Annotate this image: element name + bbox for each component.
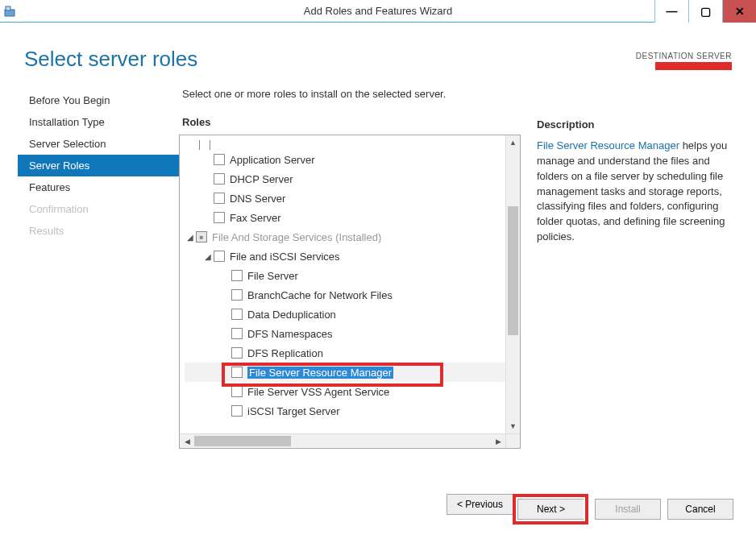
tree-row[interactable]: ▶Data Deduplication [185, 305, 505, 324]
description-link: File Server Resource Manager [537, 139, 679, 151]
previous-button[interactable]: < Previous [447, 494, 513, 515]
tree-row-label: File Server Resource Manager [247, 367, 393, 379]
tree-row-label: DNS Server [230, 193, 285, 205]
tree-row-label: iSCSI Target Server [247, 405, 340, 417]
nav-results: Results [18, 220, 179, 242]
tree-row[interactable]: ▶File Server [185, 266, 505, 285]
tree-row[interactable]: ▶Fax Server [185, 208, 505, 227]
scroll-left-arrow[interactable]: ◀ [180, 434, 194, 448]
hscroll-thumb[interactable] [194, 436, 291, 446]
roles-tree-box: ▶Application Server▶DHCP Server▶DNS Serv… [179, 135, 521, 449]
destination-server-name-redacted [655, 62, 732, 70]
tree-row-label: File and iSCSI Services [230, 251, 340, 263]
nav-server-selection[interactable]: Server Selection [18, 133, 179, 155]
tree-row[interactable]: ◢File And Storage Services (Installed) [185, 227, 505, 247]
footer-buttons: < Previous Next > Install Cancel [0, 484, 756, 539]
checkbox[interactable] [196, 231, 207, 243]
tree-row[interactable]: ▶DFS Replication [185, 343, 505, 363]
cancel-button[interactable]: Cancel [667, 499, 733, 520]
scroll-down-arrow[interactable]: ▼ [506, 419, 520, 433]
description-body: helps you manage and understand the file… [537, 139, 727, 243]
checkbox[interactable] [214, 212, 225, 223]
tree-row[interactable]: ▶DHCP Server [185, 169, 505, 189]
close-button[interactable]: ✕ [722, 0, 756, 23]
title-bar: Add Roles and Features Wizard — ▢ ✕ [0, 0, 756, 23]
nav-installation-type[interactable]: Installation Type [18, 111, 179, 133]
checkbox[interactable] [231, 367, 243, 378]
destination-server-label: DESTINATION SERVER [636, 52, 732, 60]
nav-features[interactable]: Features [18, 176, 179, 198]
nav-before-you-begin[interactable]: Before You Begin [18, 89, 179, 111]
vscroll-thumb[interactable] [508, 206, 518, 335]
tree-row-label: BranchCache for Network Files [247, 289, 393, 301]
tree-row-label: File Server VSS Agent Service [247, 386, 389, 398]
tree-row[interactable]: ▶File Server VSS Agent Service [185, 382, 505, 401]
checkbox[interactable] [231, 289, 243, 301]
destination-server-block: DESTINATION SERVER [636, 52, 732, 70]
description-heading: Description [537, 118, 738, 139]
tree-row[interactable]: ▶DFS Namespaces [185, 324, 505, 343]
roles-tree[interactable]: ▶Application Server▶DHCP Server▶DNS Serv… [180, 135, 505, 433]
page-title: Select server roles [24, 47, 197, 72]
nav-confirmation: Confirmation [18, 198, 179, 220]
tree-row-label: Data Deduplication [247, 309, 336, 321]
checkbox[interactable] [231, 347, 243, 359]
maximize-button[interactable]: ▢ [688, 0, 722, 23]
window-buttons: — ▢ ✕ [654, 0, 756, 22]
scroll-corner [505, 433, 520, 448]
description-text: File Server Resource Manager helps you m… [537, 139, 738, 245]
checkbox[interactable] [214, 193, 225, 204]
tree-row-label: Application Server [230, 154, 315, 166]
checkbox[interactable] [231, 270, 243, 281]
tree-row[interactable]: ▶BranchCache for Network Files [185, 285, 505, 305]
minimize-button[interactable]: — [654, 0, 688, 23]
checkbox[interactable] [231, 309, 243, 320]
tree-row[interactable]: ▶Application Server [185, 150, 505, 169]
vertical-scrollbar[interactable]: ▲ ▼ [505, 135, 520, 433]
checkbox[interactable] [214, 173, 225, 185]
tree-row[interactable]: ◢File and iSCSI Services [185, 247, 505, 266]
tree-row-label: DFS Namespaces [247, 328, 332, 340]
checkbox[interactable] [214, 154, 225, 165]
annotation-highlight-next: Next > [513, 494, 588, 524]
tree-row[interactable]: ▶iSCSI Target Server [185, 401, 505, 421]
tree-row-label: DHCP Server [230, 173, 293, 185]
tree-row-label: File And Storage Services (Installed) [212, 231, 381, 243]
instruction-text: Select one or more roles to install on t… [179, 88, 521, 116]
tree-row-label: Fax Server [230, 212, 281, 224]
checkbox[interactable] [231, 328, 243, 339]
expander-icon[interactable]: ◢ [185, 233, 196, 242]
tree-row-label: DFS Replication [247, 347, 323, 359]
horizontal-scrollbar[interactable]: ◀ ▶ [180, 433, 505, 448]
checkbox[interactable] [231, 386, 243, 397]
roles-heading: Roles [179, 116, 521, 135]
window-title: Add Roles and Features Wizard [0, 0, 756, 23]
wizard-nav: Before You Begin Installation Type Serve… [18, 88, 179, 484]
checkbox[interactable] [214, 251, 225, 262]
scroll-right-arrow[interactable]: ▶ [491, 434, 505, 448]
tree-row-label: File Server [247, 270, 298, 282]
checkbox[interactable] [231, 405, 243, 417]
nav-server-roles[interactable]: Server Roles [18, 155, 179, 176]
expander-icon[interactable]: ◢ [202, 252, 214, 261]
tree-row[interactable]: ▶DNS Server [185, 189, 505, 208]
tree-row[interactable]: ▶File Server Resource Manager [185, 363, 505, 382]
install-button: Install [595, 499, 661, 520]
next-button[interactable]: Next > [517, 499, 584, 520]
scroll-up-arrow[interactable]: ▲ [506, 135, 520, 150]
